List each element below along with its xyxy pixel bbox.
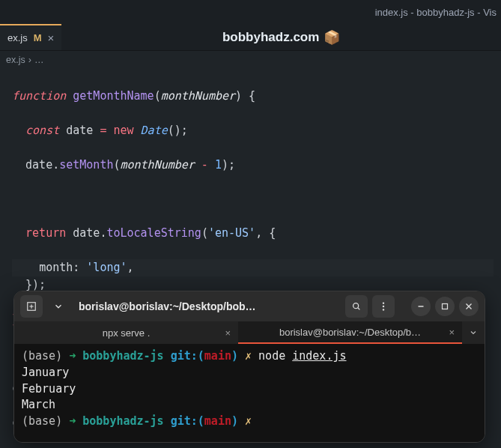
search-icon: [351, 301, 362, 312]
dropdown-button[interactable]: [47, 295, 70, 318]
terminal-output: January: [22, 365, 477, 381]
terminal-tabbar: npx serve . × borislav@borislav:~/Deskto…: [14, 321, 485, 344]
svg-point-2: [383, 302, 384, 303]
menu-button[interactable]: [372, 295, 395, 318]
close-icon[interactable]: ×: [48, 32, 55, 43]
chevron-down-icon: [469, 328, 478, 337]
new-tab-button[interactable]: [20, 295, 43, 318]
package-icon: 📦: [324, 29, 340, 46]
code-line: month: 'long',: [12, 259, 494, 276]
chevron-right-icon: ›: [28, 55, 31, 65]
terminal-line: (base) ➜ bobbyhadz-js git:(main) ✗ node …: [22, 348, 477, 365]
code-line: [12, 191, 494, 208]
svg-point-4: [383, 309, 384, 310]
code-line: function getMonthName(monthNumber) {: [12, 88, 494, 105]
terminal-output: March: [22, 397, 477, 414]
breadcrumb-more: …: [34, 55, 44, 65]
editor-tab-index-js[interactable]: ex.js M ×: [0, 24, 61, 50]
chevron-down-icon: [53, 301, 64, 312]
close-icon[interactable]: ×: [225, 327, 231, 339]
terminal-tab-dropdown[interactable]: [462, 321, 485, 344]
terminal-tab-serve[interactable]: npx serve . ×: [14, 321, 238, 344]
close-icon: [464, 301, 474, 312]
minimize-icon: [416, 301, 426, 312]
svg-point-1: [353, 303, 359, 309]
code-line: const date = new Date();: [12, 122, 494, 139]
breadcrumb[interactable]: ex.js › …: [0, 51, 501, 69]
tab-filename: ex.js: [7, 32, 28, 43]
terminal-body[interactable]: (base) ➜ bobbyhadz-js git:(main) ✗ node …: [14, 344, 485, 442]
window-titlebar: index.js - bobbyhadz-js - Vis: [0, 0, 501, 24]
terminal-line: (base) ➜ bobbyhadz-js git:(main) ✗: [22, 414, 477, 430]
terminal-header[interactable]: borislav@borislav:~/Desktop/bobbyhadz-r…: [14, 291, 485, 321]
svg-point-3: [383, 306, 384, 307]
code-line: return date.toLocaleString('en-US', {: [12, 225, 494, 242]
close-icon[interactable]: ×: [449, 327, 455, 338]
code-line: date.setMonth(monthNumber - 1);: [12, 157, 494, 174]
maximize-button[interactable]: [435, 297, 455, 316]
close-window-button[interactable]: [459, 297, 479, 316]
terminal-tab-shell[interactable]: borislav@borislav:~/Desktop/b… ×: [238, 321, 462, 344]
terminal-title: borislav@borislav:~/Desktop/bobbyhadz-r…: [79, 300, 258, 312]
terminal-tab-label: npx serve .: [103, 327, 151, 339]
plus-square-icon: [26, 301, 37, 312]
terminal-output: February: [22, 381, 477, 398]
banner-text: bobbyhadz.com: [222, 30, 319, 45]
minimize-button[interactable]: [411, 297, 431, 316]
terminal-window: borislav@borislav:~/Desktop/bobbyhadz-r……: [13, 291, 485, 443]
tab-modified-indicator: M: [34, 32, 42, 43]
kebab-icon: [378, 301, 389, 312]
svg-rect-5: [443, 304, 448, 309]
terminal-tab-label: borislav@borislav:~/Desktop/b…: [279, 327, 421, 338]
maximize-icon: [440, 301, 450, 312]
editor-tabbar: ex.js M × bobbyhadz.com 📦: [0, 24, 501, 51]
site-banner: bobbyhadz.com 📦: [61, 24, 501, 50]
search-button[interactable]: [345, 295, 368, 318]
breadcrumb-file: ex.js: [6, 55, 25, 65]
window-title: index.js - bobbyhadz-js - Vis: [375, 7, 497, 18]
